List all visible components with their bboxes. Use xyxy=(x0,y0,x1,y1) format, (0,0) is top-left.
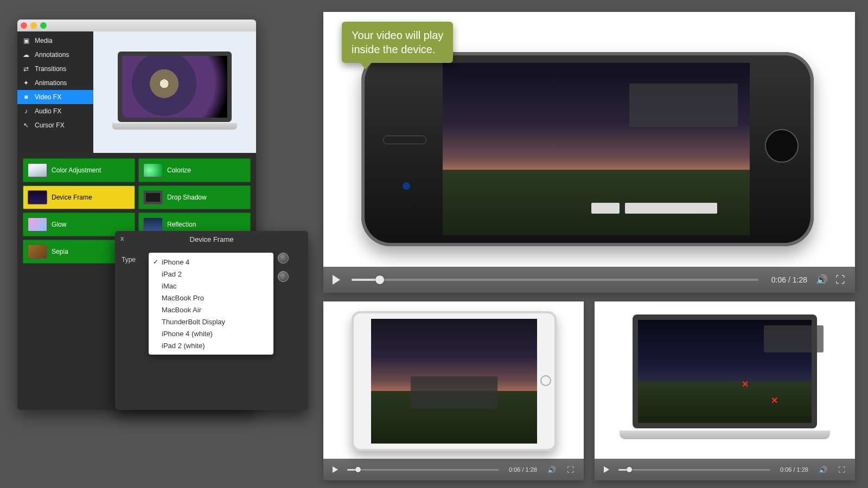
fullscreen-icon: ⛶ xyxy=(838,466,845,474)
sidebar-item-audio-fx[interactable]: ♪ Audio FX xyxy=(17,104,93,118)
device-screen xyxy=(443,63,750,235)
type-option-imac[interactable]: iMac xyxy=(149,280,273,292)
popup-title: Device Frame xyxy=(130,235,303,243)
scrub-handle[interactable] xyxy=(627,467,632,472)
app-panel-icon xyxy=(411,376,497,409)
videofx-icon: ■ xyxy=(22,93,30,101)
callout-line-2: inside the device. xyxy=(352,42,443,56)
play-icon xyxy=(604,466,609,473)
marker-x-icon: ✕ xyxy=(742,379,750,388)
type-dropdown[interactable]: iPhone 4 iPad 2 iMac MacBook Pro MacBook… xyxy=(149,253,273,355)
sidebar-item-video-fx[interactable]: ■ Video FX xyxy=(17,90,93,104)
popup-header: x Device Frame xyxy=(115,231,308,247)
type-option-iphone-4-white[interactable]: iPhone 4 (white) xyxy=(149,328,273,339)
app-panel-icon xyxy=(629,84,738,127)
fx-tile-device-frame[interactable]: Device Frame xyxy=(23,185,135,209)
sidebar-item-label: Annotations xyxy=(35,51,69,59)
annotation-icon: ☁ xyxy=(22,50,30,59)
sidebar-item-label: Animations xyxy=(35,79,67,87)
volume-icon: 🔊 xyxy=(819,466,827,474)
scrub-track[interactable] xyxy=(352,279,758,281)
video-area: ✕ ✕ xyxy=(595,301,855,459)
fx-thumb-icon xyxy=(28,245,47,259)
sidebar-item-label: Cursor FX xyxy=(35,121,65,129)
type-option-iphone-4[interactable]: iPhone 4 xyxy=(149,256,273,268)
galaxy-wallpaper-icon xyxy=(122,56,227,118)
player-large: Your video will play inside the device. … xyxy=(323,12,855,293)
player-controls: 0:06 / 1:28 🔊 ⛶ xyxy=(323,459,584,480)
fx-tile-color-adjustment[interactable]: Color Adjustment xyxy=(23,158,135,182)
type-option-thunderbolt[interactable]: ThunderBolt Display xyxy=(149,316,273,328)
sidebar-item-transitions[interactable]: ⇄ Transitions xyxy=(17,62,93,76)
preview-pane xyxy=(93,31,256,153)
fx-tile-label: Colorize xyxy=(167,166,191,174)
type-option-macbook-pro[interactable]: MacBook Pro xyxy=(149,292,273,304)
popup-dial-2[interactable] xyxy=(278,271,289,282)
device-frame-popup: x Device Frame Type iPhone 4 iPad 2 iMac… xyxy=(115,231,308,410)
volume-button[interactable]: 🔊 xyxy=(814,462,832,477)
type-option-ipad-2-white[interactable]: iPad 2 (white) xyxy=(149,339,273,351)
fullscreen-icon: ⛶ xyxy=(835,274,845,286)
scrub-track[interactable] xyxy=(347,469,499,471)
play-button[interactable] xyxy=(328,462,343,477)
fullscreen-button[interactable]: ⛶ xyxy=(561,462,579,477)
toolbar-strip-icon xyxy=(625,203,717,214)
fx-tile-label: Color Adjustment xyxy=(52,166,101,174)
type-label: Type xyxy=(122,253,144,264)
fx-thumb-icon xyxy=(143,190,163,204)
sidebar: ▣ Media ☁ Annotations ⇄ Transitions ✦ An… xyxy=(17,31,93,153)
sky-scene-icon xyxy=(371,319,537,444)
video-area xyxy=(323,301,584,459)
volume-button[interactable]: 🔊 xyxy=(542,462,561,477)
video-area: Your video will play inside the device. xyxy=(323,12,855,267)
fx-tile-drop-shadow[interactable]: Drop Shadow xyxy=(138,185,251,209)
toolbar-strip-icon xyxy=(591,203,620,214)
sidebar-item-cursor-fx[interactable]: ↖ Cursor FX xyxy=(17,118,93,132)
scrub-track[interactable] xyxy=(618,469,770,471)
player-small-ipad: 0:06 / 1:28 🔊 ⛶ xyxy=(323,301,584,480)
play-button[interactable] xyxy=(329,272,344,287)
fx-thumb-icon xyxy=(28,163,47,177)
fx-thumb-icon xyxy=(143,163,163,177)
fullscreen-button[interactable]: ⛶ xyxy=(831,272,850,287)
player-small-macbook: ✕ ✕ 0:06 / 1:28 🔊 ⛶ xyxy=(595,301,855,480)
time-display: 0:06 / 1:28 xyxy=(771,275,807,284)
scrub-handle[interactable] xyxy=(355,467,361,472)
device-screen: ✕ ✕ xyxy=(633,314,817,428)
type-option-macbook-air[interactable]: MacBook Air xyxy=(149,304,273,316)
window-close-button[interactable] xyxy=(21,22,27,29)
ipad-frame xyxy=(352,311,557,451)
dial-column xyxy=(278,253,289,282)
camera-icon xyxy=(403,182,410,190)
sidebar-item-annotations[interactable]: ☁ Annotations xyxy=(17,48,93,62)
popup-close-button[interactable]: x xyxy=(120,234,130,244)
home-button-icon xyxy=(540,375,551,386)
fx-tile-label: Reflection xyxy=(167,221,196,228)
window-minimize-button[interactable] xyxy=(30,22,37,29)
volume-button[interactable]: 🔊 xyxy=(813,272,831,287)
sidebar-item-media[interactable]: ▣ Media xyxy=(17,34,93,48)
home-button-icon xyxy=(765,129,799,163)
play-icon xyxy=(333,466,338,473)
cursorfx-icon: ↖ xyxy=(22,121,30,130)
play-icon xyxy=(333,275,340,285)
volume-icon: 🔊 xyxy=(816,274,828,286)
fx-tile-colorize[interactable]: Colorize xyxy=(138,158,251,182)
fx-thumb-icon xyxy=(28,190,47,204)
fullscreen-button[interactable]: ⛶ xyxy=(832,462,851,477)
fx-tile-label: Glow xyxy=(52,221,66,228)
laptop-base-icon xyxy=(620,431,830,439)
sidebar-item-animations[interactable]: ✦ Animations xyxy=(17,76,93,90)
play-button[interactable] xyxy=(599,462,614,477)
sidebar-item-label: Transitions xyxy=(35,65,66,73)
scrub-handle[interactable] xyxy=(375,275,384,284)
marker-x-icon: ✕ xyxy=(771,395,780,404)
type-option-ipad-2[interactable]: iPad 2 xyxy=(149,268,273,280)
popup-dial-1[interactable] xyxy=(278,253,289,264)
macbook-frame: ✕ ✕ xyxy=(620,314,830,449)
callout-tooltip: Your video will play inside the device. xyxy=(342,22,453,63)
animation-icon: ✦ xyxy=(22,79,30,87)
device-screen xyxy=(371,319,537,444)
fx-tile-label: Sepia xyxy=(52,248,68,255)
window-zoom-button[interactable] xyxy=(40,22,47,29)
